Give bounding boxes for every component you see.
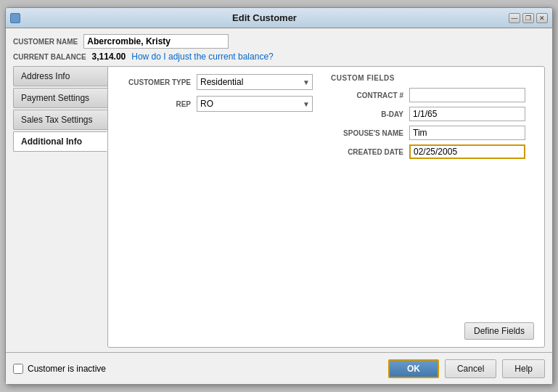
edit-customer-window: Edit Customer — ❐ ✕ CUSTOMER NAME CURREN… [5, 7, 553, 385]
bday-input[interactable] [409, 107, 525, 121]
tab-address-info[interactable]: Address Info [13, 66, 107, 86]
window-controls: — ❐ ✕ [509, 13, 548, 23]
customer-type-select-wrapper: Residential Commercial Industrial ▼ [197, 74, 313, 90]
window-body: CUSTOMER NAME CURRENT BALANCE 3,114.00 H… [6, 28, 552, 352]
contract-label: CONTRACT # [331, 91, 403, 99]
close-button[interactable]: ✕ [536, 13, 548, 23]
created-date-input[interactable] [409, 144, 525, 159]
window-title: Edit Customer [20, 12, 509, 23]
custom-field-spouses-name: SPOUSE'S NAME [331, 126, 534, 140]
spouses-name-input[interactable] [409, 126, 525, 140]
rep-row: REP RO JB SM ▼ [118, 96, 316, 112]
title-bar: Edit Customer — ❐ ✕ [6, 8, 552, 28]
title-bar-left [10, 13, 20, 23]
form-area: CUSTOMER TYPE Residential Commercial Ind… [118, 74, 316, 163]
tab-payment-settings[interactable]: Payment Settings [13, 88, 107, 108]
customer-type-row: CUSTOMER TYPE Residential Commercial Ind… [118, 74, 316, 90]
customer-type-label: CUSTOMER TYPE [118, 78, 191, 86]
bday-label: B-DAY [331, 110, 403, 118]
bottom-bar: Customer is inactive OK Cancel Help [6, 352, 552, 384]
custom-field-bday: B-DAY [331, 107, 534, 121]
custom-field-created-date: CREATED DATE [331, 144, 534, 159]
customer-type-select[interactable]: Residential Commercial Industrial [197, 74, 313, 90]
rep-label: REP [118, 100, 191, 108]
minimize-button[interactable]: — [509, 13, 520, 23]
tab-additional-info[interactable]: Additional Info [13, 131, 107, 152]
main-content: Address Info Payment Settings Sales Tax … [13, 66, 545, 348]
custom-fields-title: CUSTOM FIELDS [331, 74, 534, 82]
customer-name-label: CUSTOMER NAME [13, 38, 78, 46]
custom-field-contract: CONTRACT # [331, 88, 534, 102]
created-date-label: CREATED DATE [331, 148, 403, 156]
window-icon [10, 13, 20, 23]
rep-select-wrapper: RO JB SM ▼ [197, 96, 313, 112]
inactive-label: Customer is inactive [28, 364, 106, 374]
rep-select[interactable]: RO JB SM [197, 96, 313, 112]
balance-link[interactable]: How do I adjust the current balance? [131, 52, 273, 62]
define-fields-button[interactable]: Define Fields [464, 322, 534, 340]
current-balance-label: CURRENT BALANCE [13, 53, 86, 61]
inactive-checkbox[interactable] [13, 364, 23, 374]
cancel-button[interactable]: Cancel [445, 359, 496, 378]
current-balance-value: 3,114.00 [92, 52, 126, 62]
custom-fields-section: CUSTOM FIELDS CONTRACT # B-DAY SPOUSE'S … [331, 74, 534, 163]
header-area: CUSTOMER NAME CURRENT BALANCE 3,114.00 H… [13, 34, 545, 62]
left-panel: Address Info Payment Settings Sales Tax … [13, 66, 107, 348]
right-top-area: CUSTOMER TYPE Residential Commercial Ind… [118, 74, 534, 163]
tab-sales-tax-settings[interactable]: Sales Tax Settings [13, 110, 107, 130]
contract-input[interactable] [409, 88, 525, 102]
bottom-buttons: OK Cancel Help [388, 359, 545, 378]
inactive-checkbox-area: Customer is inactive [13, 364, 106, 374]
customer-name-row: CUSTOMER NAME [13, 34, 545, 49]
define-fields-area: Define Fields [118, 315, 534, 340]
customer-name-input[interactable] [83, 34, 229, 49]
spouses-name-label: SPOUSE'S NAME [331, 129, 403, 137]
help-button[interactable]: Help [502, 359, 545, 378]
right-panel: CUSTOMER TYPE Residential Commercial Ind… [107, 66, 545, 348]
ok-button[interactable]: OK [388, 359, 439, 378]
restore-button[interactable]: ❐ [522, 13, 534, 23]
balance-row: CURRENT BALANCE 3,114.00 How do I adjust… [13, 52, 545, 62]
